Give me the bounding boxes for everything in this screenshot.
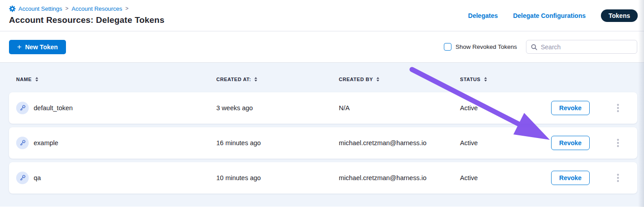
- tab-delegate-configurations[interactable]: Delegate Configurations: [513, 12, 586, 19]
- column-label: CREATED AT:: [216, 77, 251, 82]
- sort-icon[interactable]: [35, 77, 38, 82]
- token-created-by: N/A: [339, 104, 460, 112]
- column-header-status[interactable]: STATUS: [460, 77, 551, 82]
- row-options-menu-icon[interactable]: [614, 101, 622, 115]
- show-revoked-label: Show Revoked Tokens: [456, 43, 517, 50]
- column-header-created-at[interactable]: CREATED AT:: [216, 77, 339, 82]
- token-status: Active: [460, 174, 551, 181]
- tokens-table: NAME CREATED AT: CREATED BY STATUS: [0, 63, 644, 207]
- breadcrumb-separator: >: [66, 5, 69, 12]
- breadcrumb-separator: >: [125, 5, 128, 12]
- show-revoked-checkbox[interactable]: [444, 43, 451, 51]
- token-key-icon: [16, 172, 29, 184]
- token-created-at: 16 minutes ago: [216, 139, 339, 147]
- search-input[interactable]: [541, 43, 632, 51]
- table-row-qa[interactable]: qa 10 minutes ago michael.cretzman@harne…: [9, 162, 637, 194]
- search-box[interactable]: [526, 40, 637, 54]
- token-name: qa: [34, 174, 41, 181]
- settings-gear-icon: [9, 5, 16, 12]
- row-options-menu-icon[interactable]: [614, 136, 622, 150]
- column-header-created-by[interactable]: CREATED BY: [339, 77, 460, 82]
- new-token-label: New Token: [25, 43, 58, 51]
- plus-icon: +: [17, 43, 22, 51]
- sort-icon[interactable]: [254, 77, 257, 82]
- sort-icon[interactable]: [377, 77, 379, 82]
- token-created-at: 10 minutes ago: [216, 174, 339, 181]
- breadcrumb-account-settings[interactable]: Account Settings: [18, 5, 62, 12]
- page-header: Account Settings > Account Resources > A…: [0, 0, 644, 31]
- row-options-menu-icon[interactable]: [614, 171, 622, 185]
- column-label: NAME: [16, 77, 32, 82]
- token-created-by: michael.cretzman@harness.io: [339, 174, 460, 181]
- sort-icon[interactable]: [484, 77, 487, 82]
- nav-tabs: Delegates Delegate Configurations Tokens: [468, 9, 638, 22]
- token-status: Active: [460, 139, 551, 147]
- column-header-name[interactable]: NAME: [16, 77, 216, 82]
- revoke-button[interactable]: Revoke: [551, 136, 590, 150]
- revoke-button[interactable]: Revoke: [551, 101, 590, 115]
- token-key-icon: [16, 137, 29, 149]
- table-row-example[interactable]: example 16 minutes ago michael.cretzman@…: [9, 127, 637, 159]
- token-name: default_token: [34, 104, 73, 112]
- token-key-icon: [16, 102, 29, 114]
- show-revoked-tokens-toggle[interactable]: Show Revoked Tokens: [444, 43, 517, 51]
- search-icon: [531, 44, 537, 50]
- token-status: Active: [460, 104, 551, 112]
- tab-delegates[interactable]: Delegates: [468, 12, 498, 19]
- token-created-by: michael.cretzman@harness.io: [339, 139, 460, 147]
- token-created-at: 3 weeks ago: [216, 104, 339, 112]
- column-label: STATUS: [460, 77, 481, 82]
- toolbar-right: Show Revoked Tokens: [444, 40, 637, 54]
- table-header-row: NAME CREATED AT: CREATED BY STATUS: [9, 63, 637, 92]
- tab-tokens-active[interactable]: Tokens: [601, 9, 638, 22]
- toolbar: + New Token Show Revoked Tokens: [0, 31, 644, 63]
- token-name: example: [34, 139, 58, 147]
- revoke-button[interactable]: Revoke: [551, 171, 590, 185]
- table-row-default-token[interactable]: default_token 3 weeks ago N/A Active Rev…: [9, 92, 637, 124]
- new-token-button[interactable]: + New Token: [9, 40, 66, 54]
- breadcrumb-account-resources[interactable]: Account Resources: [72, 5, 123, 12]
- column-label: CREATED BY: [339, 77, 373, 82]
